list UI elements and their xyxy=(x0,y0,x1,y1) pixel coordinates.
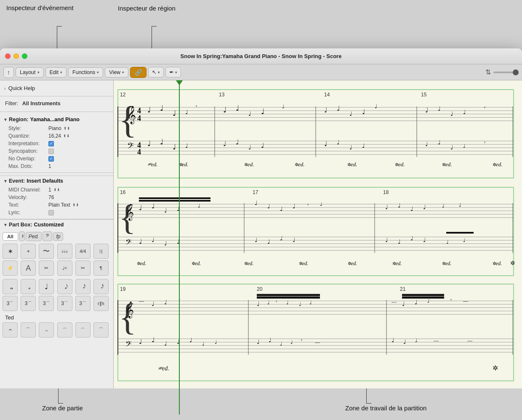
cursor-button[interactable]: ↖ ▾ xyxy=(148,67,164,77)
sym-cell-2[interactable]: ⌒ xyxy=(21,322,36,338)
part-cell-1[interactable]: ✶ xyxy=(3,244,18,259)
part-cell-6[interactable]: ⁞| xyxy=(93,244,109,259)
svg-text:♩: ♩ xyxy=(410,235,413,242)
quantize-select[interactable]: 16,24 ⬆⬇ xyxy=(48,133,70,139)
tab-bass-clef-icon[interactable]: 𝄢 xyxy=(43,231,52,241)
part-cell-8[interactable]: A xyxy=(21,261,36,276)
sym-cell-3[interactable]: ⌣ xyxy=(39,322,54,338)
svg-text:ed.: ed. xyxy=(351,261,357,266)
svg-text:♩: ♩ xyxy=(267,203,270,210)
svg-text:𝄾: 𝄾 xyxy=(484,106,485,109)
part-box-content: All 𝄽 Ped. 𝄢 fp ✶ ⌖ 〜 ♭♭♭ 4/4 ⁞| xyxy=(0,230,113,415)
region-value: Yamaha...and Piano xyxy=(30,117,80,122)
part-cell-2[interactable]: ⌖ xyxy=(21,244,36,259)
svg-text:♩: ♩ xyxy=(248,111,251,117)
svg-text:—: — xyxy=(391,299,397,305)
symbol-grid: 𝄐 ⌒ ⌣ ⌒ ⌒ ⌒ xyxy=(3,322,111,338)
lyric-checkbox[interactable] xyxy=(48,210,54,215)
zoom-slider[interactable] xyxy=(493,72,519,73)
line-inspecteur-evenement xyxy=(57,26,57,49)
text-arrow-icon: ⬆⬇ xyxy=(72,203,79,207)
rests-grid: 3⌒ 3⌒ 3⌒ 3⌒ 3⌒ r∥h xyxy=(3,296,111,311)
toolbar: ↑ Layout ▾ Edit ▾ Functions ▾ View ▾ 🔗 ↖… xyxy=(0,64,522,80)
svg-text:♩: ♩ xyxy=(152,237,154,243)
text-select[interactable]: Plain Text ⬆⬇ xyxy=(48,202,79,208)
part-cell-9[interactable]: ✂ xyxy=(39,261,54,276)
inspecteur-region-label: Inspecteur de région xyxy=(118,5,176,12)
midi-channel-select[interactable]: 1 ⬆⬇ xyxy=(48,187,60,193)
note-cell-4[interactable]: 𝅘𝅥𝅮 xyxy=(57,279,72,294)
svg-text:♩: ♩ xyxy=(362,143,365,149)
note-cell-2[interactable]: 𝅗 xyxy=(21,279,36,294)
part-cell-4[interactable]: ♭♭♭ xyxy=(57,244,72,259)
rest-cell-3[interactable]: 3⌒ xyxy=(39,296,54,311)
line-h-inspecteur-evenement xyxy=(57,26,62,27)
tab-all[interactable]: All xyxy=(3,232,18,241)
svg-text:♩: ♩ xyxy=(261,142,264,149)
view-button[interactable]: View ▾ xyxy=(105,67,128,77)
tab-note-icon[interactable]: 𝄽 xyxy=(19,231,25,241)
tab-ped-icon[interactable]: Ped. xyxy=(26,232,42,241)
svg-text:♩: ♩ xyxy=(385,204,388,210)
svg-text:—: — xyxy=(467,338,473,343)
rest-cell-5[interactable]: 3⌒ xyxy=(75,296,91,311)
part-cell-11[interactable]: ✂ xyxy=(75,261,91,276)
maximize-button[interactable] xyxy=(22,53,27,59)
tab-fp-icon[interactable]: fp xyxy=(53,232,63,241)
minimize-button[interactable] xyxy=(13,53,19,59)
svg-text:♩: ♩ xyxy=(309,300,312,306)
rest-cell-4[interactable]: 3⌒ xyxy=(57,296,72,311)
part-cell-12[interactable]: ¶ xyxy=(93,261,109,276)
event-header[interactable]: ▾ Event: Insert Defaults xyxy=(0,175,113,186)
edit-button[interactable]: Edit ▾ xyxy=(45,67,67,77)
playhead[interactable] xyxy=(179,80,180,415)
cursor-chevron-icon: ▾ xyxy=(158,70,160,74)
svg-text:♩: ♩ xyxy=(337,139,340,146)
rest-cell-2[interactable]: 3⌒ xyxy=(21,296,36,311)
back-button[interactable]: ↑ xyxy=(3,67,14,78)
svg-text:♩: ♩ xyxy=(255,237,258,243)
svg-text:♩: ♩ xyxy=(185,143,188,149)
svg-text:21: 21 xyxy=(400,286,406,292)
svg-text:♩: ♩ xyxy=(442,203,445,209)
sym-cell-6[interactable]: ⌒ xyxy=(93,322,109,338)
zoom-arrows-icon[interactable]: ⇅ xyxy=(485,68,491,76)
svg-text:♩: ♩ xyxy=(403,339,406,345)
layout-button[interactable]: Layout ▾ xyxy=(16,67,44,77)
svg-text:♩: ♩ xyxy=(450,144,453,151)
filter-section: Filter: All Instruments xyxy=(0,96,113,112)
quick-help-label: Quick Help xyxy=(8,85,35,91)
zoom-slider-handle[interactable] xyxy=(513,69,519,75)
svg-text:♩: ♩ xyxy=(267,300,270,306)
part-box-header[interactable]: ▾ Part Box: Customized xyxy=(0,219,113,230)
sym-cell-4[interactable]: ⌒ xyxy=(57,322,72,338)
part-cell-5[interactable]: 4/4 xyxy=(75,244,91,259)
svg-text:18: 18 xyxy=(383,189,389,195)
region-header[interactable]: ▾ Region: Yamaha...and Piano xyxy=(0,114,113,125)
pen-button[interactable]: ✒ ▾ xyxy=(165,67,181,77)
interpretation-checkbox[interactable]: ✓ xyxy=(48,141,54,146)
note-cell-3[interactable]: ♩ xyxy=(39,279,54,294)
svg-text:♩: ♩ xyxy=(337,105,340,112)
functions-button[interactable]: Functions ▾ xyxy=(68,67,103,77)
rest-cell-6[interactable]: r∥h xyxy=(93,296,109,311)
part-cell-10[interactable]: ♩= xyxy=(57,261,72,276)
part-cell-7[interactable]: ⚡ xyxy=(3,261,18,276)
max-dots-label: Max. Dots: xyxy=(8,163,48,169)
svg-text:ed.: ed. xyxy=(248,161,254,167)
note-cell-6[interactable]: 𝅘𝅥𝅰 xyxy=(93,279,109,294)
quick-help-row[interactable]: › Quick Help xyxy=(0,83,113,93)
rest-cell-1[interactable]: 3⌒ xyxy=(3,296,18,311)
sym-cell-1[interactable]: 𝄐 xyxy=(3,322,18,338)
sym-cell-5[interactable]: ⌒ xyxy=(75,322,91,338)
syncopation-checkbox[interactable] xyxy=(48,149,54,154)
close-button[interactable] xyxy=(5,53,11,59)
link-button[interactable]: 🔗 xyxy=(130,67,146,78)
note-cell-5[interactable]: 𝅘𝅥𝅯 xyxy=(75,279,91,294)
no-overlap-checkbox[interactable]: ✓ xyxy=(48,156,54,162)
style-select[interactable]: Piano ⬆⬇ xyxy=(48,125,70,131)
interpretation-row: Interpretation: ✓ xyxy=(0,140,113,147)
note-cell-1[interactable]: 𝅝 xyxy=(3,279,18,294)
part-cell-3[interactable]: 〜 xyxy=(39,244,54,259)
style-value: Piano xyxy=(48,125,61,131)
